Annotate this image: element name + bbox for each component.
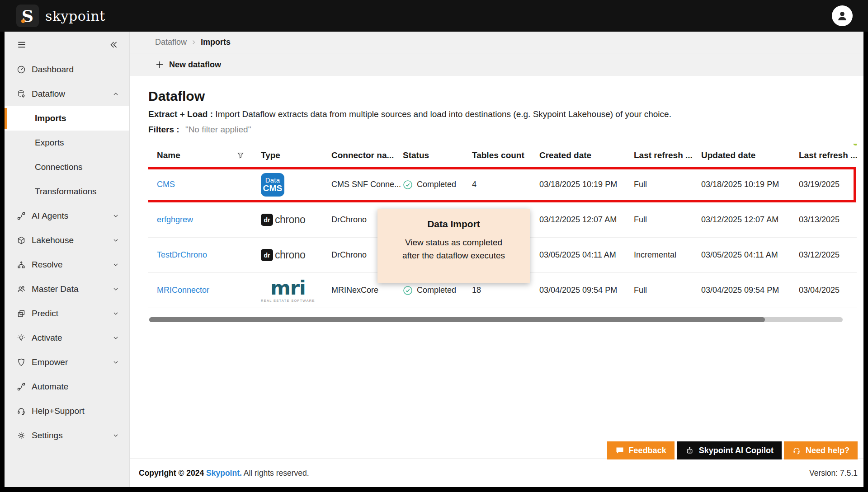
toolbar: New dataflow (130, 53, 863, 76)
collapse-sidebar-icon[interactable] (108, 40, 118, 50)
column-header-connector[interactable]: Connector na... (331, 150, 403, 160)
sidebar-item-predict[interactable]: Predict (5, 301, 129, 326)
updated-date: 03/12/2025 12:07 AM (701, 215, 799, 225)
skypoint-logo-dot (21, 19, 25, 23)
copyright-text: Copyright © 2024 Skypoint. All rights re… (139, 469, 309, 478)
skypoint-ai-copilot-button[interactable]: Skypoint AI Copilot (677, 441, 782, 459)
column-header-last-refresh-date[interactable]: Last refresh ... (799, 150, 857, 160)
new-dataflow-button[interactable]: New dataflow (155, 60, 221, 70)
chevron-down-icon (112, 212, 119, 220)
dataflow-link-mriconnector[interactable]: MRIConnector (157, 286, 209, 295)
last-refresh-date: 03/19/2025 (799, 180, 857, 189)
sidebar-item-imports[interactable]: Imports (5, 106, 129, 131)
speech-bubble-icon (615, 446, 624, 455)
chevron-down-icon (112, 310, 119, 317)
chevron-down-icon (112, 359, 119, 366)
skypoint-logo[interactable]: S skypoint (16, 5, 105, 27)
sidebar: Dashboard Dataflow Imports Exports Conne… (5, 32, 130, 487)
column-header-name[interactable]: Name (148, 150, 258, 160)
column-header-type[interactable]: Type (258, 150, 331, 160)
sidebar-item-lakehouse[interactable]: Lakehouse (5, 228, 129, 253)
skypoint-footer-link[interactable]: Skypoint. (206, 469, 242, 478)
table-row-cms[interactable]: CMS Data CMS CMS SNF Conne... Completed … (148, 167, 857, 202)
dataflow-link-testdrchrono[interactable]: TestDrChrono (157, 250, 207, 260)
lightbulb-icon (17, 333, 26, 342)
last-refresh-type: Incremental (634, 250, 701, 260)
updated-date: 03/04/2025 09:54 PM (701, 286, 799, 295)
status-text: Completed (417, 180, 456, 189)
sidebar-item-transformations[interactable]: Transformations (5, 179, 129, 204)
horizontal-scrollbar-track[interactable] (149, 317, 843, 322)
horizontal-scrollbar-thumb[interactable] (149, 317, 765, 322)
column-header-status[interactable]: Status (403, 150, 472, 160)
column-header-last-refresh-type[interactable]: Last refresh ... (634, 150, 701, 160)
resolve-hierarchy-icon (17, 260, 26, 269)
feedback-button[interactable]: Feedback (607, 441, 675, 459)
last-refresh-type: Full (634, 286, 701, 295)
gear-icon (17, 431, 26, 440)
last-refresh-date: 03/04/2025 (799, 286, 857, 295)
status-text: Completed (417, 286, 456, 295)
status-badge: Completed (403, 180, 456, 190)
sidebar-item-connections[interactable]: Connections (5, 155, 129, 179)
drchrono-logo: dr chrono (261, 214, 305, 226)
column-header-tables-count[interactable]: Tables count (472, 150, 539, 160)
filters-label: Filters : (148, 125, 179, 134)
created-date: 03/18/2025 10:19 PM (539, 180, 634, 189)
sidebar-item-automate[interactable]: Automate (5, 375, 129, 399)
dataflow-database-icon (17, 89, 26, 98)
skypoint-logo-badge: S (16, 5, 39, 27)
sidebar-item-ai-agents[interactable]: AI Agents (5, 204, 129, 228)
sidebar-item-dashboard[interactable]: Dashboard (5, 57, 129, 82)
column-header-updated-date[interactable]: Updated date (701, 150, 799, 160)
page-description: Extract + Load : Import Dataflow extract… (148, 108, 863, 120)
sidebar-item-activate[interactable]: Activate (5, 326, 129, 350)
plus-icon (155, 60, 164, 69)
data-import-tooltip: Data Import View status as completed aft… (377, 209, 530, 283)
sidebar-item-empower[interactable]: Empower (5, 350, 129, 375)
updated-date: 03/18/2025 10:19 PM (701, 180, 799, 189)
need-help-button[interactable]: Need help? (784, 441, 858, 459)
sidebar-item-dataflow[interactable]: Dataflow (5, 82, 129, 106)
automate-flow-icon (17, 382, 26, 391)
sidebar-item-settings[interactable]: Settings (5, 423, 129, 448)
created-date: 03/05/2025 04:11 AM (539, 250, 634, 260)
page-description-text: Import Dataflow extracts data from multi… (215, 109, 671, 119)
user-avatar[interactable] (832, 5, 853, 26)
filter-funnel-icon[interactable] (236, 151, 245, 159)
headset-icon (792, 446, 801, 455)
footer-action-buttons: Feedback Skypoint AI Copilot Need help? (607, 441, 858, 459)
lakehouse-cube-icon (17, 236, 26, 245)
ai-agents-icon (17, 211, 26, 220)
updated-date: 03/05/2025 04:11 AM (701, 250, 799, 260)
chevron-down-icon (112, 237, 119, 244)
sidebar-item-resolve[interactable]: Resolve (5, 253, 129, 277)
breadcrumb-imports-current: Imports (201, 37, 231, 47)
dataflow-link-cms[interactable]: CMS (157, 180, 175, 189)
chevron-down-icon (112, 261, 119, 268)
filters-value: "No filter applied" (185, 125, 251, 134)
hamburger-menu-icon[interactable] (17, 40, 27, 50)
status-badge: Completed (403, 286, 456, 295)
topbar: S skypoint (0, 0, 868, 32)
tooltip-title: Data Import (377, 219, 530, 230)
chevron-down-icon (112, 334, 119, 342)
person-icon (836, 9, 849, 22)
column-header-created-date[interactable]: Created date (539, 150, 634, 160)
sidebar-item-master-data[interactable]: Master Data (5, 277, 129, 301)
mri-logo: mri REAL ESTATE SOFTWARE (261, 278, 315, 303)
sidebar-item-exports[interactable]: Exports (5, 131, 129, 155)
tables-count: 4 (472, 180, 539, 189)
main-panel: Dataflow Imports New dataflow Dataflow E… (130, 32, 863, 487)
table-header-row: Name Type Connector na... Status Tables … (148, 144, 857, 167)
last-refresh-type: Full (634, 180, 701, 189)
dataflow-link-erfghgrew[interactable]: erfghgrew (157, 215, 193, 225)
overlap-squares-icon (17, 309, 26, 318)
connector-name: CMS SNF Conne... (331, 180, 403, 189)
check-circle-icon (403, 286, 413, 295)
sidebar-item-help-support[interactable]: Help+Support (5, 399, 129, 423)
created-date: 03/12/2025 12:07 AM (539, 215, 634, 225)
robot-icon (685, 446, 694, 455)
breadcrumb-dataflow-link[interactable]: Dataflow (155, 37, 187, 47)
page-title: Dataflow (148, 88, 863, 105)
